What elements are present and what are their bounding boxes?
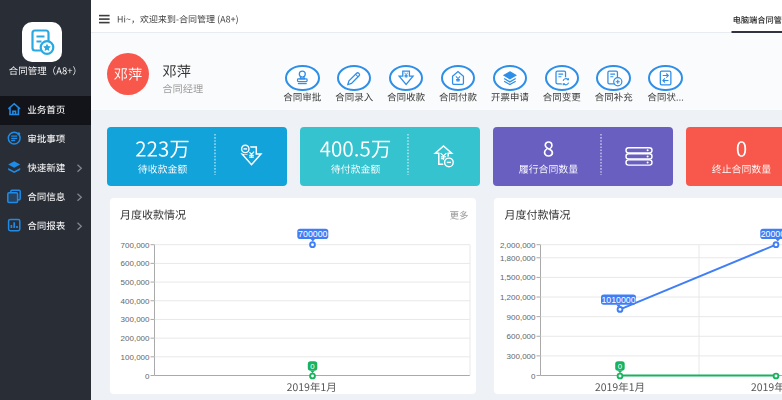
svg-text:400,000: 400,000 bbox=[121, 297, 150, 306]
svg-text:0: 0 bbox=[618, 362, 623, 371]
svg-text:1,200,000: 1,200,000 bbox=[500, 293, 536, 302]
svg-text:600,000: 600,000 bbox=[507, 332, 536, 341]
svg-text:700000: 700000 bbox=[298, 229, 327, 239]
svg-text:300,000: 300,000 bbox=[121, 315, 150, 324]
svg-text:500,000: 500,000 bbox=[121, 278, 150, 287]
svg-text:2,000,000: 2,000,000 bbox=[500, 241, 536, 250]
svg-text:2000000: 2000000 bbox=[761, 229, 782, 239]
svg-text:100,000: 100,000 bbox=[121, 353, 150, 362]
svg-text:900,000: 900,000 bbox=[507, 313, 536, 322]
svg-text:1010000: 1010000 bbox=[601, 295, 635, 305]
svg-text:0: 0 bbox=[310, 362, 315, 371]
svg-text:700,000: 700,000 bbox=[121, 241, 150, 250]
svg-text:1,500,000: 1,500,000 bbox=[500, 273, 536, 282]
svg-text:0: 0 bbox=[145, 372, 150, 381]
svg-text:1,800,000: 1,800,000 bbox=[500, 254, 536, 263]
svg-text:200,000: 200,000 bbox=[121, 334, 150, 343]
svg-text:0: 0 bbox=[531, 372, 536, 381]
svg-text:600,000: 600,000 bbox=[121, 259, 150, 268]
svg-text:300,000: 300,000 bbox=[507, 352, 536, 361]
